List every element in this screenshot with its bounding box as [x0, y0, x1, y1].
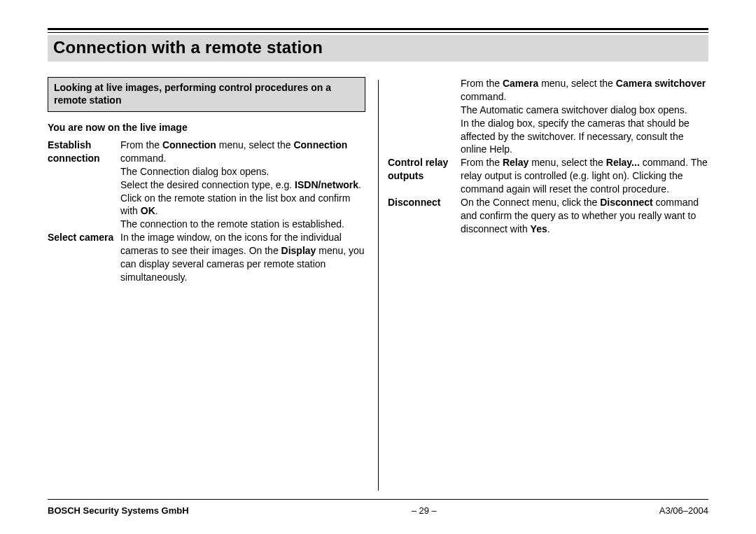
row-label: Disconnect [388, 196, 461, 236]
footer-row: BOSCH Security Systems GmbH – 29 – A3/06… [48, 500, 708, 516]
left-column: Looking at live images, performing contr… [48, 77, 378, 490]
row-text: From the Connection menu, select the Con… [120, 139, 365, 231]
row-label: Establish connection [48, 139, 120, 231]
definition-row: From the Camera menu, select the Camera … [388, 77, 708, 156]
footer-page: – 29 – [412, 505, 437, 516]
definition-row: Control relay outputsFrom the Relay menu… [388, 156, 708, 196]
row-text: From the Camera menu, select the Camera … [461, 77, 708, 156]
row-text: From the Relay menu, select the Relay...… [461, 156, 708, 196]
subheading: You are now on the live image [48, 122, 365, 133]
top-rule-thick [48, 28, 708, 30]
footer-company: BOSCH Security Systems GmbH [48, 505, 189, 516]
row-label: Control relay outputs [388, 156, 461, 196]
footer-doc-id: A3/06–2004 [659, 505, 708, 516]
row-label: Select camera [48, 231, 120, 284]
row-text: On the Connect menu, click the Disconnec… [461, 196, 708, 236]
left-items: Establish connectionFrom the Connection … [48, 139, 365, 284]
content-columns: Looking at live images, performing contr… [48, 77, 708, 490]
topic-box: Looking at live images, performing contr… [48, 77, 365, 112]
page-footer: BOSCH Security Systems GmbH – 29 – A3/06… [48, 499, 708, 516]
definition-row: Establish connectionFrom the Connection … [48, 139, 365, 231]
row-label [388, 77, 461, 156]
right-items: From the Camera menu, select the Camera … [388, 77, 708, 236]
right-column: From the Camera menu, select the Camera … [378, 77, 708, 490]
definition-row: Select cameraIn the image window, on the… [48, 231, 365, 284]
section-title: Connection with a remote station [48, 35, 708, 62]
row-text: In the image window, on the icons for th… [120, 231, 365, 284]
manual-page: Connection with a remote station Looking… [0, 0, 756, 534]
top-rule-thin [48, 32, 708, 33]
definition-row: DisconnectOn the Connect menu, click the… [388, 196, 708, 236]
